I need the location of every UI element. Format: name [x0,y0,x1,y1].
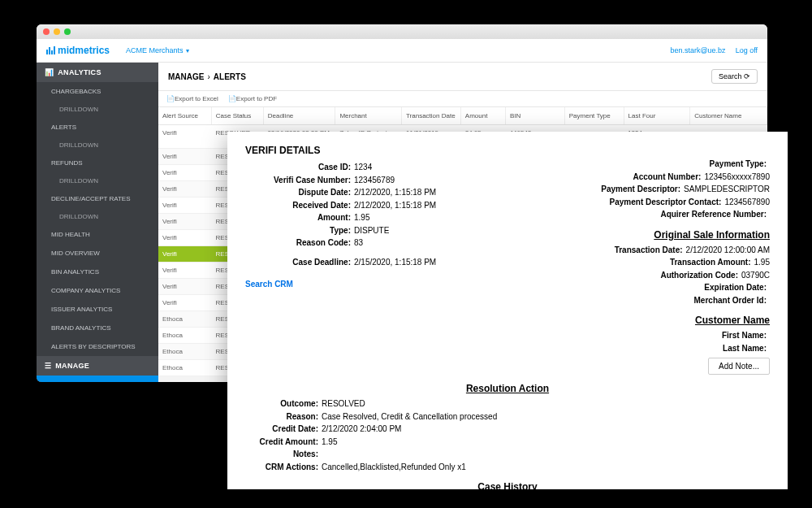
merchant-selector[interactable]: ACME Merchants▾ [126,46,189,54]
logo-icon [46,46,55,54]
sidebar-item[interactable]: COMPANY ANALYTICS [37,281,158,300]
titlebar [37,24,767,39]
user-link[interactable]: ben.stark@ue.bz [670,46,725,54]
logoff-link[interactable]: Log off [736,46,758,54]
sidebar-item[interactable]: ISSUER ANALYTICS [37,300,158,319]
customer-section-title: Customer Name [509,315,770,326]
nav-section-analytics[interactable]: 📊ANALYTICS [37,63,158,82]
column-header[interactable]: BIN [506,107,565,124]
column-header[interactable]: Deadline [264,107,336,124]
sidebar-item[interactable]: REFUNDS [37,154,158,172]
add-note-button[interactable]: Add Note... [708,358,770,375]
sidebar-item[interactable]: DRILLDOWN [37,172,158,189]
sidebar-item[interactable]: ALERTS [37,376,158,382]
analytics-icon: 📊 [45,68,54,76]
sale-section-title: Original Sale Information [509,229,770,241]
sidebar-item[interactable]: BIN ANALYTICS [37,263,158,281]
column-header[interactable]: Transaction Date [402,107,461,124]
sidebar-item[interactable]: DRILLDOWN [37,208,158,225]
sidebar-item[interactable]: CHARGEBACKS [37,82,158,101]
detail-panel: VERIFI DETAILS Case ID:1234Verifi Case N… [227,132,788,489]
sidebar-item[interactable]: ALERTS [37,118,158,137]
breadcrumb: MANAGE›ALERTS Search ⟳ [158,63,767,91]
export-pdf-button[interactable]: 📄Export to PDF [228,95,277,102]
topbar: midmetrics ACME Merchants▾ ben.stark@ue.… [37,39,767,63]
maximize-icon[interactable] [64,28,71,35]
sidebar-item[interactable]: ALERTS BY DESCRIPTORS [37,337,158,356]
detail-title: VERIFI DETAILS [245,145,489,156]
sidebar-item[interactable]: DECLINE/ACCEPT RATES [37,189,158,208]
sidebar-item[interactable]: MID OVERVIEW [37,244,158,263]
export-excel-button[interactable]: 📄Export to Excel [166,95,218,102]
column-header[interactable]: Amount [461,107,506,124]
search-button[interactable]: Search ⟳ [711,69,758,84]
nav-section-manage[interactable]: ☰MANAGE [37,356,158,376]
minimize-icon[interactable] [54,28,60,35]
search-crm-link[interactable]: Search CRM [245,280,489,289]
history-section-title: Case History [245,481,770,489]
sidebar-item[interactable]: DRILLDOWN [37,101,158,118]
resolution-section-title: Resolution Action [245,383,770,394]
sidebar-item[interactable]: DRILLDOWN [37,137,158,154]
column-header[interactable]: Payment Type [565,107,624,124]
sidebar-item[interactable]: MID HEALTH [37,225,158,244]
close-icon[interactable] [43,28,50,35]
column-header[interactable]: Alert Source [158,107,212,124]
column-header[interactable]: Last Four [624,107,691,124]
export-toolbar: 📄Export to Excel 📄Export to PDF [158,91,767,107]
manage-icon: ☰ [45,362,51,370]
column-header[interactable]: Merchant [335,107,402,124]
logo: midmetrics [46,45,110,56]
sidebar: 📊ANALYTICS CHARGEBACKSDRILLDOWNALERTSDRI… [37,63,158,382]
chevron-down-icon: ▾ [186,47,189,54]
column-header[interactable]: Case Status [212,107,264,124]
column-header[interactable]: Customer Name [690,107,767,124]
sidebar-item[interactable]: BRAND ANALYTICS [37,319,158,337]
